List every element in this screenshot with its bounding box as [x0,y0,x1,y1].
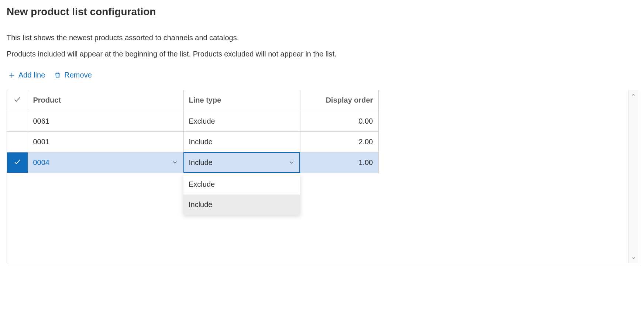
column-header-display-order[interactable]: Display order [300,90,378,111]
description-line-2: Products included will appear at the beg… [7,49,638,59]
row-select-cell[interactable] [7,131,28,152]
product-cell[interactable]: 0004 [28,152,183,173]
line-type-value: Include [189,158,213,167]
add-line-button[interactable]: Add line [8,71,45,79]
column-header-product[interactable]: Product [28,90,183,111]
display-order-cell[interactable]: 1.00 [300,152,378,173]
column-header-line-type[interactable]: Line type [183,90,300,111]
table-row[interactable]: 0004 Include 1.00 [7,152,378,173]
display-order-cell[interactable]: 2.00 [300,131,378,152]
dropdown-option-include[interactable]: Include [183,195,300,215]
plus-icon [8,72,16,79]
trash-icon [54,72,61,79]
chevron-down-icon [631,255,636,261]
grid-header-row: Product Line type Display order [7,90,378,111]
row-select-cell[interactable] [7,152,28,173]
description-line-1: This list shows the newest products asso… [7,32,638,43]
chevron-down-icon [288,159,295,166]
dropdown-option-exclude[interactable]: Exclude [183,174,300,195]
line-type-dropdown-menu: Exclude Include [183,174,300,215]
page-title: New product list configuration [7,6,638,18]
remove-label: Remove [64,71,92,79]
grid-table: Product Line type Display order 0061 Exc… [7,90,379,173]
product-grid: Product Line type Display order 0061 Exc… [7,90,638,263]
table-row[interactable]: 0061 Exclude 0.00 [7,111,378,131]
table-row[interactable]: 0001 Include 2.00 [7,131,378,152]
select-all-header[interactable] [7,90,28,111]
line-type-cell[interactable]: Exclude [183,111,300,131]
vertical-scrollbar[interactable] [628,90,638,263]
product-cell[interactable]: 0001 [28,131,183,152]
line-type-cell[interactable]: Include [183,131,300,152]
line-type-dropdown[interactable]: Include [183,152,300,173]
toolbar: Add line Remove [7,71,638,79]
product-cell-value: 0004 [33,158,50,167]
check-icon [13,158,21,166]
display-order-cell[interactable]: 0.00 [300,111,378,131]
remove-button[interactable]: Remove [54,71,92,79]
check-icon [13,95,21,103]
product-cell[interactable]: 0061 [28,111,183,131]
chevron-down-icon [172,159,178,166]
row-select-cell[interactable] [7,111,28,131]
add-line-label: Add line [18,71,45,79]
chevron-up-icon [631,92,636,97]
